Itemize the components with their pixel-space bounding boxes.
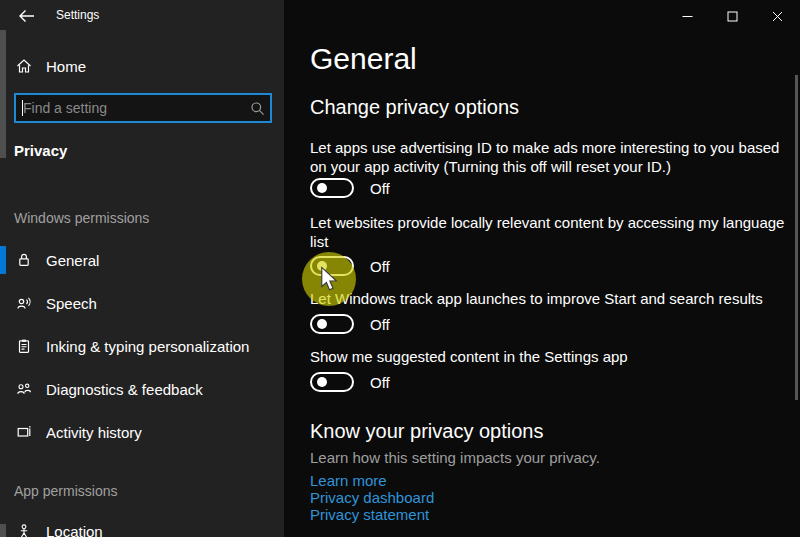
toggle-knob	[317, 183, 327, 193]
privacy-statement-link[interactable]: Privacy statement	[310, 506, 429, 523]
settings-window: Settings Home Priva	[0, 0, 800, 537]
back-arrow-icon	[18, 9, 35, 23]
setting-description: Let websites provide locally relevant co…	[310, 213, 788, 251]
minimize-button[interactable]	[665, 0, 710, 32]
toggle-suggested-content[interactable]	[310, 372, 354, 392]
sidebar-item-general[interactable]: General	[0, 244, 284, 276]
sidebar-item-speech[interactable]: Speech	[0, 287, 284, 319]
activity-history-icon	[16, 424, 32, 440]
lock-icon	[16, 252, 32, 268]
close-button[interactable]	[755, 0, 800, 32]
search-box	[14, 93, 272, 123]
toggle-state-label: Off	[370, 258, 390, 275]
toggle-state-label: Off	[370, 316, 390, 333]
maximize-button[interactable]	[710, 0, 755, 32]
sidebar-item-label: Home	[46, 58, 86, 75]
toggle-row-app-launches: Off	[310, 314, 390, 334]
inking-icon	[16, 338, 32, 354]
know-privacy-description: Learn how this setting impacts your priv…	[310, 449, 600, 466]
sidebar-section-app-permissions: App permissions	[14, 483, 118, 499]
toggle-row-suggested-content: Off	[310, 372, 390, 392]
toggle-app-launches[interactable]	[310, 314, 354, 334]
toggle-row-advertising-id: Off	[310, 178, 390, 198]
sidebar-item-label: Speech	[46, 295, 97, 312]
app-title: Settings	[56, 8, 99, 22]
sidebar-item-label: Inking & typing personalization	[46, 338, 249, 355]
sidebar: Settings Home Priva	[0, 0, 284, 537]
close-icon	[772, 11, 783, 22]
main-scrollbar-thumb[interactable]	[795, 75, 798, 400]
sidebar-item-label: Activity history	[46, 424, 142, 441]
sidebar-item-home[interactable]: Home	[0, 50, 284, 82]
privacy-dashboard-link[interactable]: Privacy dashboard	[310, 489, 434, 506]
main-content: General Change privacy options Let apps …	[284, 0, 800, 537]
sidebar-item-label: Diagnostics & feedback	[46, 381, 203, 398]
toggle-knob	[317, 261, 327, 271]
toggle-row-language-list: Off	[310, 256, 390, 276]
sidebar-section-windows-permissions: Windows permissions	[14, 210, 149, 226]
sidebar-item-inking-typing[interactable]: Inking & typing personalization	[0, 330, 284, 362]
selected-item-accent-bar	[0, 246, 6, 274]
toggle-state-label: Off	[370, 180, 390, 197]
toggle-knob	[317, 377, 327, 387]
setting-description: Let apps use advertising ID to make ads …	[310, 138, 788, 176]
home-icon	[16, 58, 32, 74]
toggle-state-label: Off	[370, 374, 390, 391]
sidebar-category-title: Privacy	[14, 142, 67, 159]
toggle-knob	[317, 319, 327, 329]
sidebar-item-diagnostics-feedback[interactable]: Diagnostics & feedback	[0, 373, 284, 405]
toggle-language-list[interactable]	[310, 256, 354, 276]
diagnostics-icon	[16, 381, 32, 397]
search-icon[interactable]	[244, 101, 270, 116]
location-icon	[16, 523, 32, 537]
change-privacy-options-heading: Change privacy options	[310, 96, 519, 119]
setting-description: Show me suggested content in the Setting…	[310, 347, 788, 366]
text-caret	[22, 100, 23, 116]
search-input[interactable]	[16, 100, 244, 116]
toggle-advertising-id[interactable]	[310, 178, 354, 198]
setting-description: Let Windows track app launches to improv…	[310, 289, 788, 308]
sidebar-item-label: Location	[46, 523, 103, 537]
learn-more-link[interactable]: Learn more	[310, 472, 387, 489]
speech-icon	[16, 295, 32, 311]
sidebar-item-label: General	[46, 252, 99, 269]
back-button[interactable]	[12, 5, 40, 27]
maximize-icon	[727, 11, 738, 22]
window-controls	[665, 0, 800, 32]
page-title: General	[310, 42, 417, 76]
sidebar-item-location[interactable]: Location	[0, 515, 284, 537]
know-privacy-options-heading: Know your privacy options	[310, 420, 543, 443]
sidebar-item-activity-history[interactable]: Activity history	[0, 416, 284, 448]
sidebar-titlebar: Settings	[0, 0, 284, 32]
minimize-icon	[682, 11, 693, 22]
